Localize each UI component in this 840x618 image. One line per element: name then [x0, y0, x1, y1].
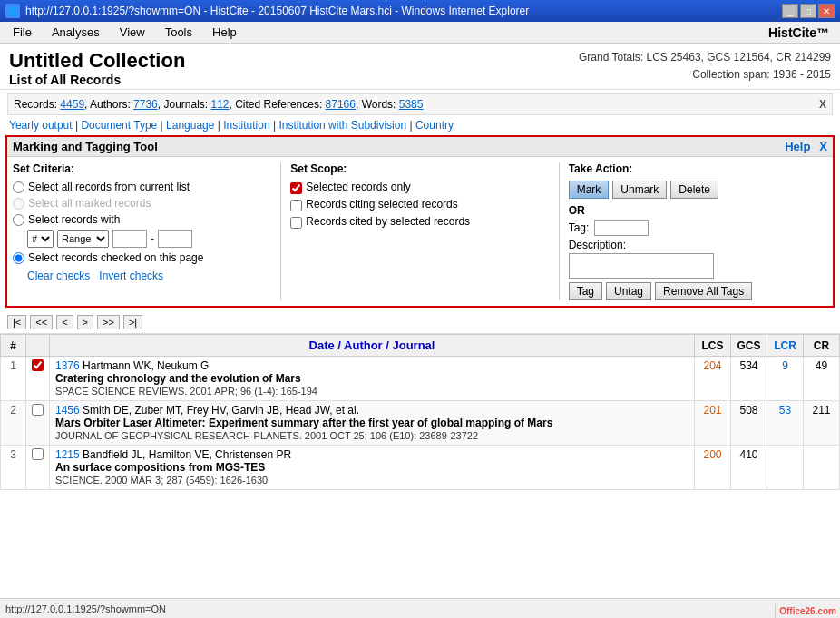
col-header-lcr: LCR [767, 335, 804, 357]
prev-button[interactable]: < [56, 315, 73, 329]
range-to-input[interactable] [158, 230, 192, 248]
document-type-link[interactable]: Document Type [81, 119, 157, 132]
record-gcs: 410 [731, 446, 767, 490]
marking-tool-close[interactable]: X [819, 140, 827, 153]
menu-help[interactable]: Help [203, 24, 246, 41]
remove-all-tags-button[interactable]: Remove All Tags [655, 282, 752, 300]
criteria-radio-2[interactable] [13, 198, 24, 210]
record-checkbox-cell[interactable] [26, 446, 50, 490]
collection-span: Collection span: 1936 - 2015 [579, 66, 831, 83]
record-journal: SPACE SCIENCE REVIEWS. 2001 APR; 96 (1-4… [55, 386, 317, 397]
stats-links: Yearly output | Document Type | Language… [4, 119, 836, 132]
close-button[interactable]: ✕ [818, 4, 835, 18]
words-link[interactable]: 5385 [399, 98, 424, 111]
scope-label-1: Selected records only [306, 181, 410, 193]
criteria-option-2: Select all marked records [13, 197, 271, 210]
criteria-radio-4[interactable] [13, 252, 24, 264]
record-authors: Hartmann WK, Neukum G [83, 359, 209, 372]
record-authors: Smith DE, Zuber MT, Frey HV, Garvin JB, … [83, 404, 359, 417]
table-row: 2 1456 Smith DE, Zuber MT, Frey HV, Garv… [1, 401, 840, 446]
prev-prev-button[interactable]: << [30, 315, 53, 329]
window-controls[interactable]: _ □ ✕ [782, 4, 835, 18]
description-input[interactable] [569, 253, 714, 279]
menu-items: File Analyses View Tools Help [4, 24, 246, 41]
list-subtitle: List of All Records [9, 73, 185, 87]
tag-input[interactable] [594, 220, 649, 236]
country-link[interactable]: Country [415, 119, 454, 132]
clear-checks-link[interactable]: Clear checks [27, 270, 90, 282]
institution-subdivision-link[interactable]: Institution with Subdivision [278, 119, 406, 132]
record-checkbox-cell[interactable] [26, 401, 50, 446]
record-number: 1 [1, 357, 26, 401]
menu-analyses[interactable]: Analyses [43, 24, 109, 41]
header-stats: Grand Totals: LCS 25463, GCS 121564, CR … [579, 49, 831, 83]
record-journal: SCIENCE. 2000 MAR 3; 287 (5459): 1626-16… [55, 475, 268, 486]
records-link[interactable]: 4459 [60, 98, 84, 111]
stats-bar: Records: 4459, Authors: 7736, Journals: … [7, 93, 833, 115]
range-from-input[interactable] [112, 230, 147, 248]
stats-close-button[interactable]: X [819, 98, 826, 111]
authors-link[interactable]: 7736 [133, 98, 158, 111]
col-header-gcs: GCS [731, 335, 767, 357]
criteria-label-3: Select records with [28, 213, 120, 226]
scope-option-1: Selected records only [290, 181, 549, 194]
criteria-option-3: Select records with [13, 213, 271, 226]
marking-tool-help[interactable]: Help [785, 140, 810, 153]
last-page-button[interactable]: >| [123, 315, 142, 329]
yearly-output-link[interactable]: Yearly output [9, 119, 73, 132]
record-gcs: 534 [731, 357, 767, 401]
record-checkbox[interactable] [32, 359, 44, 371]
criteria-label-2: Select all marked records [28, 197, 151, 210]
table-row: 1 1376 Hartmann WK, Neukum G Cratering c… [1, 357, 840, 401]
record-title: Cratering chronology and the evolution o… [55, 372, 301, 385]
tag-action-row: Tag Untag Remove All Tags [569, 282, 827, 300]
mark-button[interactable]: Mark [569, 181, 610, 199]
record-checkbox[interactable] [32, 404, 44, 416]
description-label: Description: [569, 239, 626, 251]
unmark-button[interactable]: Unmark [612, 181, 667, 199]
col-header-lcs: LCS [695, 335, 731, 357]
criteria-radio-3[interactable] [13, 214, 24, 226]
criteria-radio-1[interactable] [13, 181, 24, 193]
maximize-button[interactable]: □ [800, 4, 816, 18]
record-id-link[interactable]: 1215 [55, 448, 80, 461]
minimize-button[interactable]: _ [782, 4, 798, 18]
journals-link[interactable]: 112 [211, 98, 230, 111]
range-type-select[interactable]: Range Top Bottom [57, 230, 109, 248]
col-header-num: # [1, 335, 26, 357]
scope-checkbox-1[interactable] [290, 182, 302, 194]
invert-checks-link[interactable]: Invert checks [99, 270, 163, 282]
menu-tools[interactable]: Tools [156, 24, 201, 41]
next-next-button[interactable]: >> [97, 315, 120, 329]
menu-view[interactable]: View [111, 24, 154, 41]
record-cr: 211 [804, 401, 840, 446]
record-checkbox-cell[interactable] [26, 357, 50, 401]
criteria-label-1: Select all records from current list [28, 181, 190, 193]
language-link[interactable]: Language [166, 119, 214, 132]
record-lcs: 204 [695, 357, 731, 401]
range-prefix-select[interactable]: # [27, 230, 54, 248]
window-title: http://127.0.0.1:1925/?showmm=ON - HistC… [25, 5, 529, 17]
tag-button[interactable]: Tag [569, 282, 602, 300]
or-label: OR [569, 204, 827, 217]
criteria-option-4: Select records checked on this page [13, 251, 271, 264]
delete-button[interactable]: Delete [670, 181, 718, 199]
record-content: 1376 Hartmann WK, Neukum G Cratering chr… [50, 357, 695, 401]
next-button[interactable]: > [77, 315, 93, 329]
scope-checkbox-2[interactable] [290, 200, 302, 211]
scope-option-2: Records citing selected records [290, 198, 549, 211]
record-id-link[interactable]: 1376 [55, 359, 80, 372]
first-page-button[interactable]: |< [7, 315, 26, 329]
cited-link[interactable]: 87166 [326, 98, 356, 111]
col-header-checkbox [26, 335, 50, 357]
institution-link[interactable]: Institution [223, 119, 269, 132]
scope-label-2: Records citing selected records [306, 198, 457, 211]
scope-section: Set Scope: Selected records only Records… [281, 162, 559, 300]
menu-file[interactable]: File [4, 24, 41, 41]
record-id-link[interactable]: 1456 [55, 404, 80, 417]
record-checkbox[interactable] [32, 448, 44, 460]
record-number: 2 [1, 401, 26, 446]
action-buttons-row: Mark Unmark Delete [569, 181, 827, 199]
scope-checkbox-3[interactable] [290, 217, 302, 229]
untag-button[interactable]: Untag [606, 282, 651, 300]
